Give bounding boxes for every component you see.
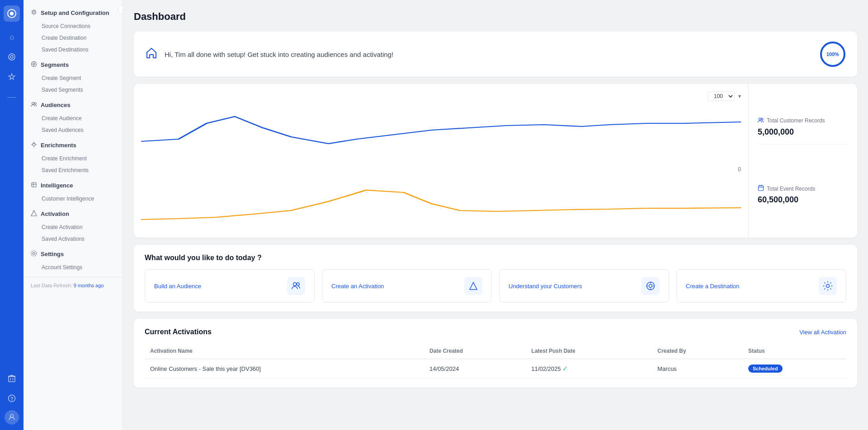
enrichments-section-label: Enrichments	[41, 142, 76, 149]
sidebar-item-saved-audiences[interactable]: Saved Audiences	[24, 124, 123, 136]
nav-section-setup: Setup and Configuration Source Connectio…	[24, 5, 123, 56]
nav-section-enrichments-header[interactable]: Enrichments	[24, 138, 123, 153]
nav-section-audiences: Audiences Create Audience Saved Audience…	[24, 98, 123, 136]
col-created-by: Created By	[652, 343, 743, 359]
build-audience-card[interactable]: Build an Audience	[145, 269, 315, 303]
build-audience-icon	[287, 277, 305, 295]
page-title: Dashboard	[134, 11, 857, 23]
svg-point-38	[826, 285, 830, 288]
status-cell: Scheduled	[743, 359, 846, 379]
enrichments-icon	[31, 141, 37, 149]
build-audience-label: Build an Audience	[154, 283, 201, 290]
col-status: Status	[743, 343, 846, 359]
last-refresh-info: Last Data Refresh: 9 months ago	[24, 277, 123, 294]
svg-point-2	[9, 54, 15, 60]
nav-section-enrichments: Enrichments Create Enrichment Saved Enri…	[24, 138, 123, 176]
progress-label: 100%	[826, 51, 839, 57]
sidebar-item-create-audience[interactable]: Create Audience	[24, 112, 123, 124]
trash-nav-icon[interactable]	[4, 370, 20, 387]
svg-point-15	[34, 103, 36, 104]
setup-icon	[31, 9, 37, 17]
nav-section-setup-header[interactable]: Setup and Configuration	[24, 5, 123, 20]
activation-name-cell: Online Customers - Sale this year [DV360…	[145, 359, 424, 379]
settings-icon	[31, 250, 37, 258]
svg-point-13	[33, 63, 35, 65]
nav-section-activation-header[interactable]: Activation	[24, 206, 123, 221]
event-records-label: Total Event Records	[767, 186, 815, 192]
sidebar-item-saved-activations[interactable]: Saved Activations	[24, 233, 123, 245]
svg-point-1	[10, 12, 14, 15]
stat-event-records: Total Event Records 60,500,000	[758, 178, 848, 212]
create-activation-card[interactable]: Create an Activation	[322, 269, 492, 303]
app-logo[interactable]	[4, 5, 20, 22]
customer-records-value: 5,000,000	[758, 127, 848, 137]
nav-section-audiences-header[interactable]: Audiences	[24, 98, 123, 112]
nav-section-settings-header[interactable]: Settings	[24, 247, 123, 262]
customer-records-icon	[758, 117, 764, 125]
user-avatar[interactable]	[5, 410, 19, 425]
svg-point-3	[10, 56, 13, 58]
setup-section-label: Setup and Configuration	[41, 9, 109, 16]
home-nav-icon[interactable]: ⌂	[4, 29, 20, 45]
view-all-activations-link[interactable]: View all Activation	[799, 329, 846, 336]
last-refresh-link[interactable]: 9 months ago	[74, 283, 104, 288]
sidebar-item-saved-enrichments[interactable]: Saved Enrichments	[24, 164, 123, 176]
chart-dropdown-arrow: ▾	[738, 93, 741, 99]
dash-nav-icon: —	[4, 89, 20, 105]
sidebar-item-saved-destinations[interactable]: Saved Destinations	[24, 44, 123, 56]
audiences-section-label: Audiences	[41, 102, 71, 108]
top-chart	[141, 103, 741, 159]
nav-section-segments-header[interactable]: Segments	[24, 57, 123, 72]
understand-customers-icon	[642, 277, 660, 295]
svg-point-30	[293, 283, 297, 286]
chart-range-dropdown[interactable]: 100 50 200	[708, 91, 735, 101]
progress-ring-container: 100%	[819, 41, 846, 68]
sidebar-item-customer-intelligence[interactable]: Customer Intelligence	[24, 193, 123, 205]
help-nav-icon[interactable]: ?	[4, 390, 20, 407]
activation-icon	[31, 210, 37, 218]
nav-sidebar: ‹ Setup and Configuration Source Connect…	[24, 0, 123, 430]
status-badge: Scheduled	[748, 365, 783, 373]
svg-point-14	[32, 103, 34, 105]
sidebar-item-create-destination[interactable]: Create Destination	[24, 32, 123, 44]
event-records-value: 60,500,000	[758, 195, 848, 205]
intelligence-section-label: Intelligence	[41, 182, 73, 189]
icon-sidebar: ⌂ — ?	[0, 0, 24, 430]
sidebar-item-account-settings[interactable]: Account Settings	[24, 262, 123, 273]
top-chart-header: 100 50 200 ▾	[141, 91, 741, 101]
push-check-icon: ✓	[562, 365, 568, 372]
action-cards: Build an Audience Create an Activation U…	[145, 269, 846, 303]
charts-section: 100 50 200 ▾ 0	[134, 84, 857, 238]
nav-section-settings: Settings Account Settings	[24, 247, 123, 273]
customer-records-label: Total Customer Records	[767, 117, 825, 124]
svg-rect-4	[9, 376, 15, 382]
create-destination-label: Create a Destination	[686, 283, 740, 290]
svg-rect-26	[759, 186, 764, 191]
eye-nav-icon[interactable]	[4, 49, 20, 65]
sidebar-item-create-activation[interactable]: Create Activation	[24, 221, 123, 233]
svg-point-33	[649, 285, 652, 288]
svg-point-25	[761, 118, 763, 120]
understand-customers-card[interactable]: Understand your Customers	[499, 269, 669, 303]
sidebar-item-create-segment[interactable]: Create Segment	[24, 72, 123, 84]
svg-point-20	[33, 252, 35, 255]
create-destination-card[interactable]: Create a Destination	[676, 269, 846, 303]
understand-customers-label: Understand your Customers	[509, 283, 582, 290]
svg-text:?: ?	[10, 396, 14, 402]
chart-stats: Total Customer Records 5,000,000 Total E…	[749, 84, 857, 238]
star-nav-icon[interactable]	[4, 69, 20, 85]
svg-point-24	[759, 118, 761, 120]
chart-area: 100 50 200 ▾ 0	[134, 84, 749, 238]
nav-section-intelligence-header[interactable]: Intelligence	[24, 178, 123, 193]
sidebar-item-create-enrichment[interactable]: Create Enrichment	[24, 153, 123, 164]
col-activation-name: Activation Name	[145, 343, 424, 359]
activations-section: Current Activations View all Activation …	[134, 319, 857, 388]
sidebar-item-source-connections[interactable]: Source Connections	[24, 20, 123, 32]
bottom-chart-header: 0	[141, 166, 741, 173]
created-by-cell: Marcus	[652, 359, 743, 379]
col-latest-push: Latest Push Date	[526, 343, 652, 359]
sidebar-item-saved-segments[interactable]: Saved Segments	[24, 84, 123, 96]
welcome-left: Hi, Tim all done with setup! Get stuck i…	[145, 46, 393, 63]
create-activation-label: Create an Activation	[331, 283, 384, 290]
activation-section-label: Activation	[41, 210, 69, 217]
